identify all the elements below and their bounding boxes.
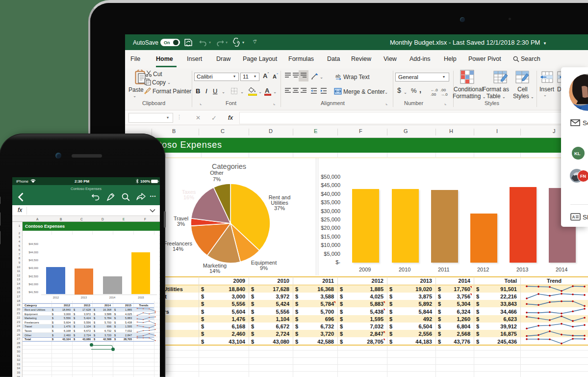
svg-text:A: A [572, 215, 575, 219]
svg-text:ab: ab [335, 74, 340, 79]
